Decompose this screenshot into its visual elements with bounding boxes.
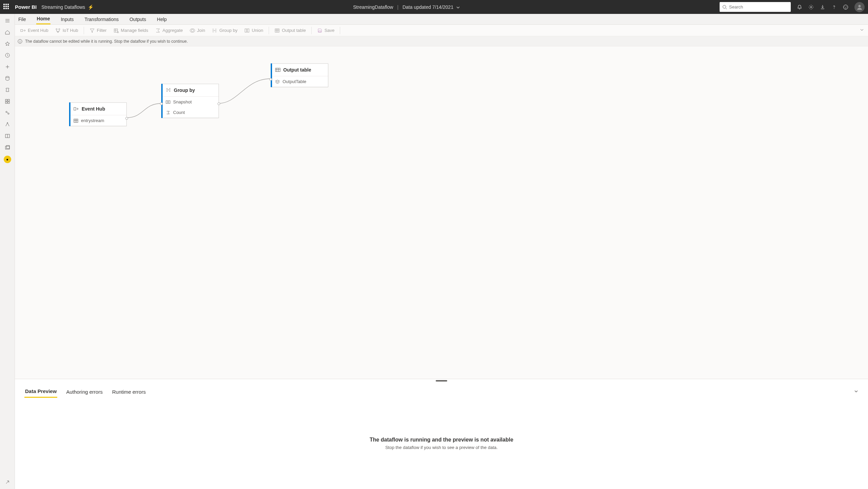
home-icon[interactable] (4, 29, 11, 36)
menu-inputs[interactable]: Inputs (60, 15, 74, 24)
info-icon (18, 39, 22, 44)
svg-rect-31 (319, 31, 321, 32)
svg-point-2 (810, 6, 812, 8)
ribbon-event-hub: Event Hub (18, 26, 51, 35)
ribbon: Event Hub IoT Hub Filter Manage fields A… (0, 25, 868, 36)
breadcrumb-status: Data updated 7/14/2021 (402, 4, 453, 10)
ribbon-group-by: Group by (209, 26, 240, 35)
notifications-icon[interactable] (797, 4, 802, 10)
download-icon[interactable] (820, 4, 825, 10)
left-nav: ● (0, 14, 15, 46)
menu-help[interactable]: Help (156, 15, 167, 24)
svg-point-6 (846, 6, 847, 6)
ribbon-union: Union (242, 26, 266, 35)
feedback-icon[interactable] (843, 4, 848, 10)
menu-file[interactable]: File (18, 15, 27, 24)
search-icon (722, 5, 727, 9)
svg-point-5 (845, 6, 845, 6)
svg-point-4 (844, 5, 848, 9)
menu-home[interactable]: Home (36, 14, 51, 24)
svg-point-3 (834, 8, 834, 8)
menu-bar: File Home Inputs Transformations Outputs… (0, 14, 868, 25)
ribbon-iot-hub: IoT Hub (53, 26, 81, 35)
menu-transformations[interactable]: Transformations (84, 15, 120, 24)
menu-outputs[interactable]: Outputs (129, 15, 147, 24)
svg-rect-29 (247, 29, 249, 32)
breadcrumb-name: StreamingDataflow (353, 4, 393, 10)
svg-point-0 (723, 5, 726, 8)
top-bar: Power BI Streaming Dataflows ⚡ Streaming… (0, 0, 868, 14)
info-bar: The dataflow cannot be edited while it i… (0, 36, 868, 46)
settings-icon[interactable] (808, 4, 814, 10)
breadcrumb[interactable]: StreamingDataflow | Data updated 7/14/20… (94, 4, 720, 10)
search-input[interactable] (720, 2, 791, 12)
document-name: Streaming Dataflows (41, 4, 85, 10)
menu-icon[interactable] (4, 17, 11, 24)
svg-rect-24 (114, 29, 118, 32)
ribbon-filter: Filter (87, 26, 109, 35)
app-launcher-icon[interactable] (3, 4, 10, 11)
favorites-icon[interactable] (4, 40, 11, 46)
ribbon-join: Join (187, 26, 208, 35)
svg-line-1 (726, 8, 727, 9)
ribbon-collapse[interactable] (860, 28, 864, 33)
svg-point-33 (20, 40, 20, 40)
avatar[interactable] (854, 2, 865, 12)
ribbon-aggregate: Aggregate (152, 26, 186, 35)
chevron-down-icon (456, 5, 460, 9)
ribbon-output-table: Output table (272, 26, 309, 35)
svg-rect-28 (245, 29, 247, 32)
svg-rect-20 (21, 30, 23, 32)
ribbon-manage-fields: Manage fields (111, 26, 151, 35)
svg-rect-30 (275, 29, 279, 32)
help-icon[interactable] (831, 4, 837, 10)
svg-point-22 (59, 28, 60, 30)
info-text: The dataflow cannot be edited while it i… (25, 39, 188, 44)
app-name: Power BI (15, 4, 37, 10)
svg-point-7 (859, 5, 861, 7)
ribbon-save: Save (314, 26, 337, 35)
lightning-icon: ⚡ (88, 4, 94, 10)
svg-point-21 (56, 28, 57, 30)
